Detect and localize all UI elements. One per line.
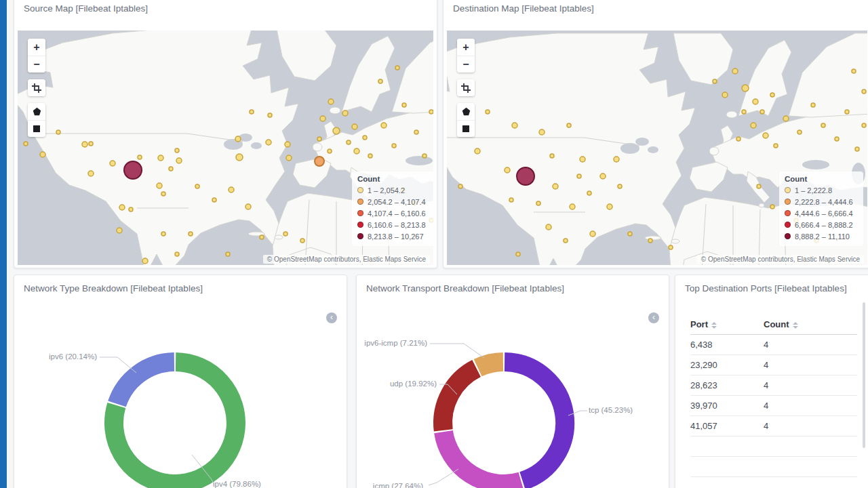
geo-point-low-count[interactable] [176,158,182,163]
geo-point-low-count[interactable] [862,89,866,94]
geo-point-low-count[interactable] [722,92,728,98]
zoom-in-button[interactable]: + [457,39,475,56]
geo-point-low-count[interactable] [648,239,652,243]
geo-point-low-count[interactable] [189,232,193,236]
geo-point-low-count[interactable] [195,184,199,188]
geo-point-low-count[interactable] [512,123,517,128]
geo-point-low-count[interactable] [845,110,849,114]
geo-point-low-count[interactable] [266,140,271,145]
geo-point-low-count[interactable] [395,66,399,70]
geo-point-low-count[interactable] [742,110,746,114]
network-type-donut[interactable] [14,275,347,488]
donut-slice-udp[interactable] [443,369,477,430]
geo-point-low-count[interactable] [142,258,148,264]
geo-point-low-count[interactable] [821,123,825,127]
geo-point-low-count[interactable] [835,137,839,141]
geo-point-low-count[interactable] [175,148,179,152]
geo-point-low-count[interactable] [536,201,540,205]
geo-point-low-count[interactable] [757,184,761,188]
geo-point-low-count[interactable] [770,93,774,97]
geo-point-low-count[interactable] [587,191,591,195]
geo-point-low-count[interactable] [347,140,351,144]
geo-point-low-count[interactable] [317,137,321,141]
table-row[interactable]: 23,2904 [690,355,857,375]
geo-point-low-count[interactable] [753,99,758,104]
geo-point-low-count[interactable] [539,129,545,135]
geo-point-low-count[interactable] [774,144,778,148]
geo-point-low-count[interactable] [333,127,340,134]
geo-point-low-count[interactable] [570,204,575,209]
table-scrollbar[interactable] [863,302,865,448]
geo-point-low-count[interactable] [229,187,234,192]
geo-point-low-count[interactable] [797,130,802,134]
geo-point-low-count[interactable] [429,110,433,114]
geo-point-low-count[interactable] [590,231,595,237]
draw-polygon-button[interactable] [457,103,475,120]
column-header-port[interactable]: Port [690,314,764,335]
geo-point-low-count[interactable] [110,161,115,166]
geo-point-low-count[interactable] [250,110,254,114]
geo-point-low-count[interactable] [855,147,859,151]
geo-point-low-count[interactable] [628,232,632,236]
donut-slice-ipv6[interactable] [117,362,174,404]
fit-bounds-button[interactable] [457,79,475,96]
draw-rectangle-button[interactable] [457,120,475,137]
geo-point-low-count[interactable] [40,152,45,157]
geo-point-low-count[interactable] [553,184,558,189]
geo-point-low-count[interactable] [862,123,866,127]
donut-slice-icmp[interactable] [443,432,521,484]
geo-point-low-count[interactable] [175,252,179,256]
geo-point-low-count[interactable] [268,113,272,117]
geo-point-low-count[interactable] [577,174,581,178]
geo-point-low-count[interactable] [157,183,162,188]
geo-point-low-count[interactable] [458,184,462,188]
geo-point-low-count[interactable] [736,137,741,141]
geo-point-low-count[interactable] [760,110,764,114]
geo-point-low-count[interactable] [614,157,619,162]
table-row[interactable]: 39,9704 [690,396,857,416]
destination-map-canvas[interactable]: © OpenStreetMap contributors, Elastic Ma… [447,30,867,265]
fit-bounds-button[interactable] [28,79,45,96]
geo-point-low-count[interactable] [505,167,510,173]
geo-point-low-count[interactable] [516,252,520,256]
zoom-in-button[interactable]: + [28,39,45,56]
geo-point-low-count[interactable] [161,192,165,196]
geo-point-low-count[interactable] [235,136,241,142]
geo-point-low-count[interactable] [158,155,163,161]
geo-point-low-count[interactable] [422,154,427,158]
geo-point-low-count[interactable] [363,136,367,140]
geo-point-low-count[interactable] [607,204,612,209]
geo-point-low-count[interactable] [245,204,251,209]
geo-point-low-count[interactable] [402,103,406,107]
geo-point-low-count[interactable] [117,228,122,233]
geo-point-low-count[interactable] [414,130,418,134]
geo-point-low-count[interactable] [56,130,60,134]
geo-point-low-count[interactable] [567,123,571,127]
geo-point-low-count[interactable] [732,68,738,74]
geo-point-low-count[interactable] [283,232,288,236]
geo-point-low-count[interactable] [564,239,568,243]
geo-point-low-count[interactable] [138,155,142,159]
geo-point-low-count[interactable] [783,116,789,121]
geo-point-low-count[interactable] [381,123,387,128]
geo-point-high-count[interactable] [517,167,534,185]
geo-point-low-count[interactable] [713,79,717,83]
geo-point-low-count[interactable] [742,85,749,92]
table-row[interactable]: 6,4384 [690,335,857,355]
geo-point-low-count[interactable] [669,245,673,249]
geo-point-low-count[interactable] [236,154,243,161]
geo-point-low-count[interactable] [378,79,382,83]
column-header-count[interactable]: Count [764,314,857,335]
geo-point-high-count[interactable] [315,157,324,166]
geo-point-low-count[interactable] [486,110,490,114]
geo-point-low-count[interactable] [751,123,756,128]
geo-point-low-count[interactable] [119,205,125,210]
geo-point-low-count[interactable] [475,148,480,154]
geo-point-low-count[interactable] [300,239,304,243]
geo-point-low-count[interactable] [354,148,359,154]
geo-point-low-count[interactable] [226,252,230,256]
geo-point-low-count[interactable] [161,232,165,236]
geo-point-low-count[interactable] [763,133,768,138]
draw-polygon-button[interactable] [28,103,45,120]
table-row[interactable]: 28,6234 [690,375,857,396]
